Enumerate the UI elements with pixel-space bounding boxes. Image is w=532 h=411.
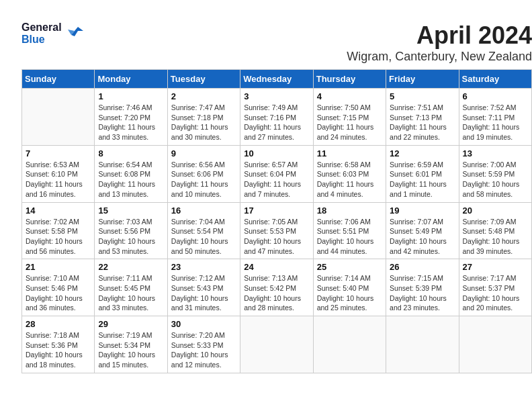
cell-info: Sunrise: 7:10 AMSunset: 5:46 PMDaylight:… (26, 273, 91, 313)
cell-info: Sunrise: 7:12 AMSunset: 5:43 PMDaylight:… (171, 273, 236, 313)
col-sunday: Sunday (22, 70, 95, 89)
calendar-cell-w4-d6 (459, 316, 531, 373)
calendar-cell-w1-d4: 11Sunrise: 6:58 AMSunset: 6:03 PMDayligh… (313, 145, 386, 202)
calendar-cell-w1-d3: 10Sunrise: 6:57 AMSunset: 6:04 PMDayligh… (240, 145, 313, 202)
day-number: 9 (171, 148, 236, 158)
calendar-week-row-1: 7Sunrise: 6:53 AMSunset: 6:10 PMDaylight… (22, 145, 532, 202)
cell-info: Sunrise: 7:04 AMSunset: 5:54 PMDaylight:… (171, 217, 236, 257)
logo-blue: Blue (21, 34, 62, 46)
calendar-cell-w3-d0: 21Sunrise: 7:10 AMSunset: 5:46 PMDayligh… (22, 259, 95, 316)
cell-info: Sunrise: 7:09 AMSunset: 5:48 PMDaylight:… (463, 217, 528, 257)
cell-info: Sunrise: 6:59 AMSunset: 6:01 PMDaylight:… (390, 160, 455, 199)
calendar-cell-w2-d3: 17Sunrise: 7:05 AMSunset: 5:53 PMDayligh… (240, 202, 313, 259)
cell-info: Sunrise: 7:49 AMSunset: 7:16 PMDaylight:… (244, 103, 309, 142)
cell-info: Sunrise: 7:47 AMSunset: 7:18 PMDaylight:… (171, 103, 236, 142)
day-number: 30 (171, 319, 236, 329)
day-number: 4 (317, 91, 382, 101)
calendar-header: April 2024 Wigram, Canterbury, New Zeala… (21, 21, 532, 64)
day-number: 29 (98, 319, 163, 329)
location-subtitle: Wigram, Canterbury, New Zealand (21, 50, 532, 64)
calendar-cell-w4-d3 (240, 316, 313, 373)
calendar-cell-w3-d3: 24Sunrise: 7:13 AMSunset: 5:42 PMDayligh… (240, 259, 313, 316)
calendar-week-row-0: 1Sunrise: 7:46 AMSunset: 7:20 PMDaylight… (22, 89, 532, 146)
cell-info: Sunrise: 7:15 AMSunset: 5:39 PMDaylight:… (390, 273, 455, 313)
calendar-cell-w2-d2: 16Sunrise: 7:04 AMSunset: 5:54 PMDayligh… (167, 202, 240, 259)
day-number: 7 (26, 148, 91, 158)
calendar-cell-w3-d5: 26Sunrise: 7:15 AMSunset: 5:39 PMDayligh… (386, 259, 459, 316)
calendar-week-row-3: 21Sunrise: 7:10 AMSunset: 5:46 PMDayligh… (22, 259, 532, 316)
calendar-cell-w0-d6: 6Sunrise: 7:52 AMSunset: 7:11 PMDaylight… (459, 89, 531, 146)
calendar-cell-w4-d1: 29Sunrise: 7:19 AMSunset: 5:34 PMDayligh… (95, 316, 167, 373)
cell-info: Sunrise: 6:54 AMSunset: 6:08 PMDaylight:… (98, 160, 163, 199)
day-number: 8 (98, 148, 163, 158)
calendar-cell-w0-d3: 3Sunrise: 7:49 AMSunset: 7:16 PMDaylight… (240, 89, 313, 146)
col-tuesday: Tuesday (167, 70, 240, 89)
cell-info: Sunrise: 7:50 AMSunset: 7:15 PMDaylight:… (317, 103, 382, 142)
calendar-week-row-4: 28Sunrise: 7:18 AMSunset: 5:36 PMDayligh… (22, 316, 532, 373)
calendar-cell-w0-d2: 2Sunrise: 7:47 AMSunset: 7:18 PMDaylight… (167, 89, 240, 146)
calendar-cell-w0-d1: 1Sunrise: 7:46 AMSunset: 7:20 PMDaylight… (95, 89, 167, 146)
calendar-cell-w2-d1: 15Sunrise: 7:03 AMSunset: 5:56 PMDayligh… (95, 202, 167, 259)
cell-info: Sunrise: 7:46 AMSunset: 7:20 PMDaylight:… (98, 103, 163, 142)
cell-info: Sunrise: 6:57 AMSunset: 6:04 PMDaylight:… (244, 160, 309, 199)
day-number: 22 (98, 262, 163, 272)
cell-info: Sunrise: 7:00 AMSunset: 5:59 PMDaylight:… (463, 160, 528, 199)
calendar-week-row-2: 14Sunrise: 7:02 AMSunset: 5:58 PMDayligh… (22, 202, 532, 259)
day-number: 24 (244, 262, 309, 272)
cell-info: Sunrise: 7:05 AMSunset: 5:53 PMDaylight:… (244, 217, 309, 257)
col-wednesday: Wednesday (240, 70, 313, 89)
day-number: 12 (390, 148, 455, 158)
day-number: 26 (390, 262, 455, 272)
calendar-header-row: Sunday Monday Tuesday Wednesday Thursday… (22, 70, 532, 89)
cell-info: Sunrise: 7:19 AMSunset: 5:34 PMDaylight:… (98, 330, 163, 370)
cell-info: Sunrise: 7:52 AMSunset: 7:11 PMDaylight:… (463, 103, 528, 142)
day-number: 23 (171, 262, 236, 272)
cell-info: Sunrise: 7:17 AMSunset: 5:37 PMDaylight:… (463, 273, 528, 313)
day-number: 13 (463, 148, 528, 158)
col-thursday: Thursday (313, 70, 386, 89)
day-number: 1 (98, 91, 163, 101)
col-friday: Friday (386, 70, 459, 89)
day-number: 11 (317, 148, 382, 158)
cell-info: Sunrise: 7:20 AMSunset: 5:33 PMDaylight:… (171, 330, 236, 370)
calendar-cell-w2-d5: 19Sunrise: 7:07 AMSunset: 5:49 PMDayligh… (386, 202, 459, 259)
day-number: 25 (317, 262, 382, 272)
day-number: 2 (171, 91, 236, 101)
calendar-cell-w3-d6: 27Sunrise: 7:17 AMSunset: 5:37 PMDayligh… (459, 259, 531, 316)
day-number: 18 (317, 205, 382, 216)
calendar-cell-w1-d1: 8Sunrise: 6:54 AMSunset: 6:08 PMDaylight… (95, 145, 167, 202)
calendar-cell-w1-d6: 13Sunrise: 7:00 AMSunset: 5:59 PMDayligh… (459, 145, 531, 202)
day-number: 28 (26, 319, 91, 329)
cell-info: Sunrise: 6:58 AMSunset: 6:03 PMDaylight:… (317, 160, 382, 199)
calendar-cell-w3-d4: 25Sunrise: 7:14 AMSunset: 5:40 PMDayligh… (313, 259, 386, 316)
calendar-cell-w2-d0: 14Sunrise: 7:02 AMSunset: 5:58 PMDayligh… (22, 202, 95, 259)
day-number: 14 (26, 205, 91, 216)
cell-info: Sunrise: 7:03 AMSunset: 5:56 PMDaylight:… (98, 217, 163, 257)
calendar-table: Sunday Monday Tuesday Wednesday Thursday… (21, 69, 532, 373)
calendar-cell-w4-d0: 28Sunrise: 7:18 AMSunset: 5:36 PMDayligh… (22, 316, 95, 373)
calendar-cell-w1-d5: 12Sunrise: 6:59 AMSunset: 6:01 PMDayligh… (386, 145, 459, 202)
day-number: 6 (463, 91, 528, 101)
day-number: 17 (244, 205, 309, 216)
cell-info: Sunrise: 7:07 AMSunset: 5:49 PMDaylight:… (390, 217, 455, 257)
col-monday: Monday (95, 70, 167, 89)
calendar-cell-w0-d5: 5Sunrise: 7:51 AMSunset: 7:13 PMDaylight… (386, 89, 459, 146)
cell-info: Sunrise: 7:13 AMSunset: 5:42 PMDaylight:… (244, 273, 309, 313)
day-number: 19 (390, 205, 455, 216)
day-number: 15 (98, 205, 163, 216)
cell-info: Sunrise: 7:02 AMSunset: 5:58 PMDaylight:… (26, 217, 91, 257)
calendar-cell-w2-d6: 20Sunrise: 7:09 AMSunset: 5:48 PMDayligh… (459, 202, 531, 259)
day-number: 20 (463, 205, 528, 216)
calendar-cell-w3-d2: 23Sunrise: 7:12 AMSunset: 5:43 PMDayligh… (167, 259, 240, 316)
day-number: 16 (171, 205, 236, 216)
cell-info: Sunrise: 6:53 AMSunset: 6:10 PMDaylight:… (26, 160, 91, 199)
calendar-cell-w1-d2: 9Sunrise: 6:56 AMSunset: 6:06 PMDaylight… (167, 145, 240, 202)
calendar-cell-w0-d4: 4Sunrise: 7:50 AMSunset: 7:15 PMDaylight… (313, 89, 386, 146)
day-number: 21 (26, 262, 91, 272)
cell-info: Sunrise: 7:11 AMSunset: 5:45 PMDaylight:… (98, 273, 163, 313)
calendar-cell-w4-d4 (313, 316, 386, 373)
cell-info: Sunrise: 7:14 AMSunset: 5:40 PMDaylight:… (317, 273, 382, 313)
day-number: 10 (244, 148, 309, 158)
logo-general: General (21, 21, 62, 34)
logo-bird-icon (64, 21, 85, 45)
